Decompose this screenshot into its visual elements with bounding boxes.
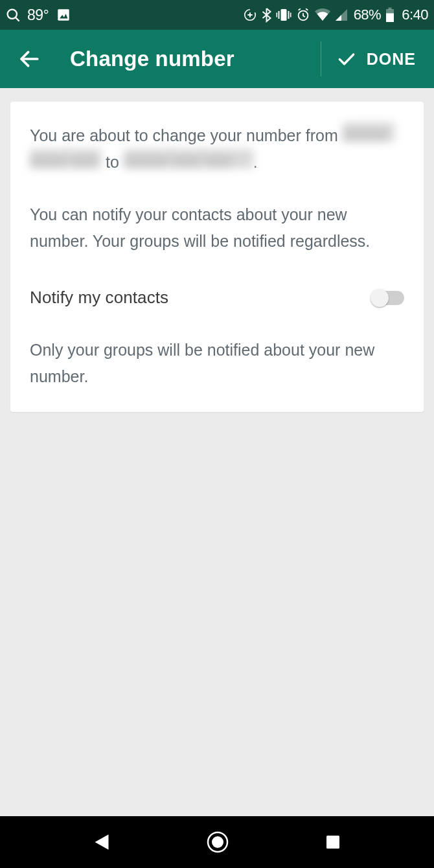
info-card: You are about to change your number from… — [10, 102, 424, 412]
check-icon — [337, 49, 356, 69]
status-left: 89° — [6, 6, 71, 24]
status-right: 68% 6:40 — [243, 6, 428, 23]
svg-rect-2 — [58, 9, 69, 20]
svg-rect-9 — [288, 11, 289, 19]
battery-percent: 68% — [354, 6, 382, 23]
old-number-redacted: 00000 — [343, 122, 394, 142]
back-button[interactable] — [18, 48, 40, 70]
nav-recent-button[interactable] — [325, 834, 341, 850]
search-icon — [6, 8, 21, 23]
system-nav-bar — [0, 816, 434, 868]
svg-marker-19 — [95, 834, 109, 849]
data-saver-icon — [243, 8, 257, 22]
p1-to: to — [106, 153, 119, 171]
vibrate-icon — [276, 8, 291, 22]
notify-info-text: You can notify your contacts about your … — [30, 201, 404, 255]
bluetooth-icon — [262, 7, 271, 23]
notify-contacts-toggle[interactable] — [372, 291, 404, 305]
notify-contacts-row: Notify my contacts — [30, 284, 404, 311]
battery-icon — [385, 7, 394, 23]
svg-point-21 — [212, 836, 223, 848]
content-area: You are about to change your number from… — [0, 88, 434, 412]
cell-signal-icon — [335, 8, 348, 21]
wifi-icon — [315, 8, 330, 21]
alarm-icon — [296, 8, 310, 22]
clock-label: 6:40 — [402, 6, 428, 23]
old-number-redacted-2: 0000 000 — [30, 149, 101, 168]
svg-rect-10 — [276, 13, 277, 17]
nav-home-button[interactable] — [207, 831, 229, 853]
app-bar: Change number DONE — [0, 30, 434, 88]
svg-rect-7 — [280, 9, 286, 21]
temperature-label: 89° — [27, 6, 49, 24]
nav-back-button[interactable] — [93, 833, 110, 851]
status-bar: 89° — [0, 0, 434, 30]
svg-line-1 — [16, 17, 19, 21]
p1-suffix: . — [253, 153, 258, 171]
notify-contacts-label: Notify my contacts — [30, 284, 168, 311]
svg-rect-22 — [326, 836, 339, 849]
svg-marker-14 — [336, 15, 341, 21]
new-number-redacted: 00000 000 000 — [124, 149, 253, 168]
svg-rect-8 — [278, 11, 279, 19]
done-button[interactable]: DONE — [321, 41, 434, 76]
svg-rect-17 — [386, 14, 394, 23]
p1-prefix: You are about to change your number from — [30, 126, 338, 144]
svg-rect-16 — [389, 8, 392, 10]
change-number-description: You are about to change your number from… — [30, 122, 404, 176]
svg-point-0 — [8, 9, 17, 18]
picture-icon — [56, 8, 71, 22]
svg-rect-11 — [290, 13, 291, 17]
page-title: Change number — [70, 47, 234, 71]
groups-notified-text: Only your groups will be notified about … — [30, 337, 404, 390]
done-label: DONE — [367, 50, 416, 69]
